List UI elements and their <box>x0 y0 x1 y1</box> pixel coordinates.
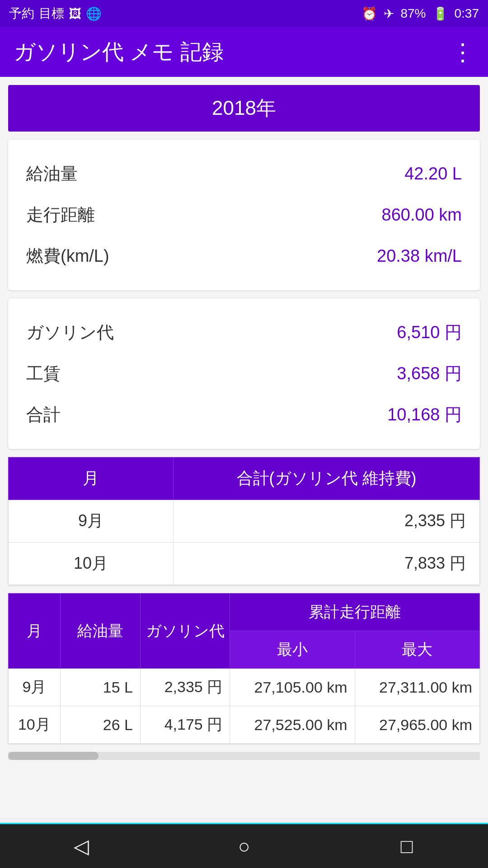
detail-col-cost: ガソリン代 <box>141 594 230 669</box>
summary-table: 月 合計(ガソリン代 維持費) 9月 2,335 円 10月 7,833 円 <box>8 457 480 585</box>
fuel-amount-value: 42.20 L <box>404 164 462 184</box>
detail-fuel-1: 26 L <box>60 706 140 744</box>
distance-value: 860.00 km <box>382 205 462 225</box>
fuel-stats-row-0: 給油量 42.20 L <box>26 153 462 194</box>
detail-cost-0: 2,335 円 <box>141 669 230 706</box>
scroll-indicator <box>8 752 480 760</box>
detail-row-1: 10月 26 L 4,175 円 27,525.00 km 27,965.00 … <box>9 706 480 744</box>
cost-stats-card: ガソリン代 6,510 円 工賃 3,658 円 合計 10,168 円 <box>8 298 480 449</box>
more-options-icon[interactable]: ⋮ <box>451 38 474 66</box>
detail-col-fuel: 給油量 <box>60 594 140 669</box>
summary-month-0: 9月 <box>9 500 174 542</box>
total-cost-value: 10,168 円 <box>387 403 462 426</box>
app-title: ガソリン代 メモ 記録 <box>14 38 224 66</box>
detail-month-0: 9月 <box>9 669 61 706</box>
gas-cost-value: 6,510 円 <box>397 321 462 344</box>
battery-icon: 🔋 <box>432 6 448 21</box>
summary-month-1: 10月 <box>9 542 174 585</box>
status-icon-image: 🖼 <box>69 6 81 21</box>
summary-col-month: 月 <box>9 458 174 500</box>
summary-row-1: 10月 7,833 円 <box>9 542 480 585</box>
fuel-amount-label: 給油量 <box>26 162 78 185</box>
cost-stats-row-0: ガソリン代 6,510 円 <box>26 312 462 353</box>
summary-row-0: 9月 2,335 円 <box>9 500 480 542</box>
fuel-stats-card: 給油量 42.20 L 走行距離 860.00 km 燃費(km/L) 20.3… <box>8 140 480 290</box>
clock-time: 0:37 <box>455 6 479 21</box>
fuel-efficiency-value: 20.38 km/L <box>377 246 462 266</box>
cost-stats-row-2: 合計 10,168 円 <box>26 394 462 435</box>
detail-col-cumulative: 累計走行距離 <box>230 594 480 631</box>
detail-max-0: 27,311.00 km <box>355 669 479 706</box>
nav-home-button[interactable]: ○ <box>226 828 262 864</box>
status-right-icons: ⏰ ✈ 87% 🔋 0:37 <box>361 6 479 21</box>
summary-total-1: 7,833 円 <box>174 542 480 585</box>
fuel-stats-row-1: 走行距離 860.00 km <box>26 194 462 236</box>
app-bar: ガソリン代 メモ 記録 ⋮ <box>0 27 488 77</box>
main-content: 2018年 給油量 42.20 L 走行距離 860.00 km 燃費(km/L… <box>0 77 488 818</box>
scroll-thumb[interactable] <box>8 752 99 760</box>
detail-col-min: 最小 <box>230 631 355 669</box>
detail-table: 月 給油量 ガソリン代 累計走行距離 最小 最大 9月 15 L 2,335 円… <box>8 593 480 744</box>
labor-cost-value: 3,658 円 <box>397 362 462 385</box>
detail-max-1: 27,965.00 km <box>355 706 479 744</box>
bottom-nav: ◁ ○ □ <box>0 823 488 868</box>
status-bar: 予約 目標 🖼 🌐 ⏰ ✈ 87% 🔋 0:37 <box>0 0 488 27</box>
status-icon-yoyaku: 予約 <box>9 5 34 22</box>
gas-cost-label: ガソリン代 <box>26 321 114 344</box>
nav-recent-button[interactable]: □ <box>389 828 425 864</box>
status-icon-network: 🌐 <box>86 6 102 21</box>
detail-month-1: 10月 <box>9 706 61 744</box>
detail-min-1: 27,525.00 km <box>230 706 355 744</box>
summary-total-0: 2,335 円 <box>174 500 480 542</box>
status-left-icons: 予約 目標 🖼 🌐 <box>9 5 102 22</box>
distance-label: 走行距離 <box>26 203 95 226</box>
status-icon-mokuhyo: 目標 <box>39 5 64 22</box>
detail-col-max: 最大 <box>355 631 479 669</box>
battery-level: 87% <box>400 6 426 21</box>
fuel-efficiency-label: 燃費(km/L) <box>26 245 109 268</box>
detail-row-0: 9月 15 L 2,335 円 27,105.00 km 27,311.00 k… <box>9 669 480 706</box>
detail-min-0: 27,105.00 km <box>230 669 355 706</box>
year-header: 2018年 <box>8 85 480 132</box>
labor-cost-label: 工賃 <box>26 362 61 385</box>
detail-fuel-0: 15 L <box>60 669 140 706</box>
detail-col-month: 月 <box>9 594 61 669</box>
nav-back-button[interactable]: ◁ <box>63 828 99 864</box>
detail-cost-1: 4,175 円 <box>141 706 230 744</box>
summary-col-total: 合計(ガソリン代 維持費) <box>174 458 480 500</box>
total-cost-label: 合計 <box>26 403 61 426</box>
cost-stats-row-1: 工賃 3,658 円 <box>26 353 462 394</box>
fuel-stats-row-2: 燃費(km/L) 20.38 km/L <box>26 236 462 277</box>
alarm-icon: ⏰ <box>361 6 377 21</box>
airplane-icon: ✈ <box>384 6 394 21</box>
